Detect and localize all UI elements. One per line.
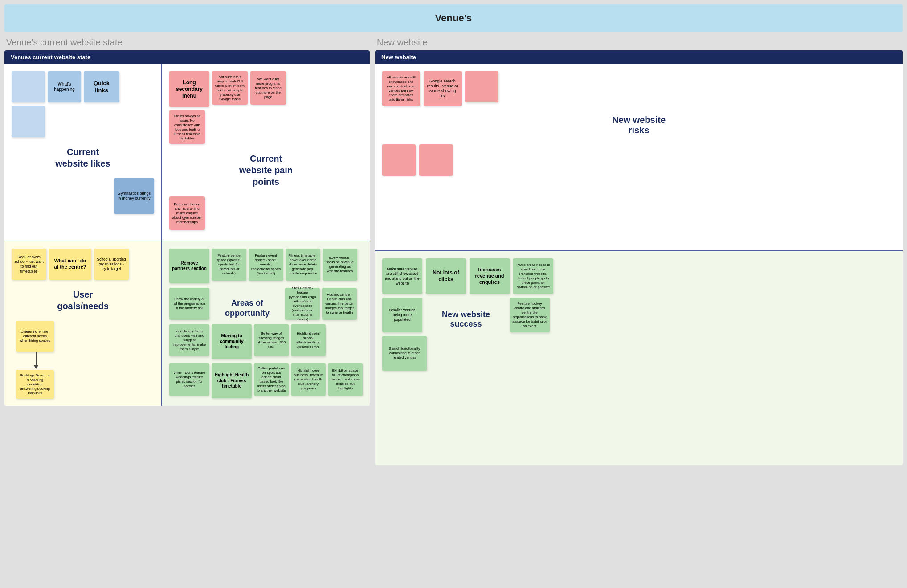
note-feature-hockey: Feature hockey centre and athletics cent… (510, 298, 550, 332)
note-swim-school-2: Highlight swim school attachments on Aqu… (291, 324, 326, 356)
br-notes-area: Remove partners section Feature venue sp… (169, 249, 363, 398)
gymnastics-note-wrap: Gymnastics brings in money currently (12, 178, 154, 214)
note-smaller-venues: Smaller venues being more populated (382, 298, 422, 332)
note-online-portal: Online portal - no on-sport but added cl… (254, 363, 289, 396)
tr-row3: Rates are boring and hard to find many e… (169, 196, 363, 230)
quadrant-bottom-right: Remove partners section Feature venue sp… (162, 241, 370, 406)
page-wrapper: Venue's Venue's current website state Ve… (0, 0, 907, 588)
left-column: Venue's current website state Venues cur… (4, 37, 370, 465)
note-fitness-timetable: Fitness timetable - hover over name show… (286, 249, 320, 281)
br-row1: Remove partners section Feature venue sp… (169, 249, 363, 283)
note-long-secondary: Long secondary menu (169, 71, 209, 107)
note-stay-centre: Stay Centre - feature gymnasium (high ce… (285, 288, 320, 320)
columns-wrapper: Venue's current website state Venues cur… (4, 37, 903, 465)
risks-notes: All venues are still showcased and main … (382, 71, 895, 106)
note-gymnastics: Gymnastics brings in money currently (114, 178, 154, 214)
br-row2: Show the variety of all the programs run… (169, 288, 363, 320)
note-feature-venue-space: Feature venue space (spaces / sports hal… (212, 249, 246, 281)
right-section-label: New website (375, 37, 903, 48)
success-title: New websitesuccess (426, 306, 506, 332)
bl-row1: Regular swim school - just want to find … (12, 249, 154, 280)
success-notes-row3: Search functionality connecting to other… (382, 336, 895, 371)
note-better-images: Better way of showing images of the venu… (254, 324, 289, 356)
note-more-programs: We want a lot more programs features to … (250, 71, 286, 105)
note-different-clientele: Different clientele, different needs whe… (16, 321, 54, 352)
note-wine: Wine - Don't feature weddings feature pi… (169, 363, 209, 396)
note-highlight-health: Highlight Health club - Fitness timetabl… (212, 363, 252, 398)
note-moving-community: Moving to community feeling (212, 324, 252, 359)
note-parcs: Parcs areas needs to stand out in the Pa… (513, 258, 553, 294)
note-increases-revenue: Increases revenue and enquires (470, 258, 510, 294)
note-whats-happening: What's happening (48, 71, 81, 102)
quadrant-grid: What's happening Quick links Currentwebs… (4, 64, 370, 406)
note-blank-pink-1 (465, 71, 498, 102)
br-row4: Wine - Don't feature weddings feature pi… (169, 363, 363, 398)
bl-booking-note-wrap: Bookings Team - is forwarding enquiries,… (16, 370, 154, 399)
note-tables: Tables always an issue, No consistency w… (169, 110, 205, 144)
note-all-venues: All venues are still showcased and main … (382, 71, 420, 106)
right-board-body: All venues are still showcased and main … (375, 64, 903, 465)
bl-title: Usergoals/needs (12, 289, 154, 312)
br-title: Areas ofopportunity (212, 297, 283, 320)
note-feature-event: Feature event space - sport, events, rec… (249, 249, 283, 281)
note-map: Not sure if this map is useful? It takes… (212, 71, 248, 105)
right-top: All venues are still showcased and main … (375, 64, 903, 251)
right-bottom: Make sure venues are still showcased and… (375, 251, 903, 465)
arrow-connector (34, 352, 38, 369)
tr-row2: Tables always an issue, No consistency w… (169, 110, 363, 144)
note-identify-forms: Identify key forms that users visit and … (169, 324, 209, 356)
right-board-header: New website (375, 50, 903, 64)
note-blank-1 (12, 71, 45, 102)
note-remove-partners: Remove partners section (169, 249, 209, 283)
success-notes-row2: Smaller venues being more populated New … (382, 298, 895, 332)
note-blank-2 (12, 106, 45, 137)
note-variety-programs: Show the variety of all the programs run… (169, 288, 209, 320)
note-swim-school: Regular swim school - just want to find … (12, 249, 46, 280)
left-board-body: What's happening Quick links Currentwebs… (4, 64, 370, 406)
note-google-search: Google search results - venue or SOPA sh… (424, 71, 462, 106)
note-quick-links: Quick links (84, 71, 119, 102)
quadrant-bottom-left: Regular swim school - just want to find … (4, 241, 162, 406)
note-rates: Rates are boring and hard to find many e… (169, 196, 205, 230)
left-section-label: Venue's current website state (4, 37, 370, 48)
top-banner: Venue's (4, 4, 903, 32)
tr-title: Currentwebsite painpoints (169, 153, 363, 188)
bl-arrow-area: Different clientele, different needs whe… (12, 321, 154, 399)
left-board-header: Venues current website state (4, 50, 370, 64)
tl-row2 (12, 106, 154, 137)
note-aquatic: Aquatic centre - Health club and venues … (322, 288, 357, 320)
right-board: New website All venues are still showcas… (375, 50, 903, 465)
note-not-lots-clicks: Not lots of clicks (426, 258, 466, 294)
br-row3: Identify key forms that users visit and … (169, 324, 363, 359)
note-exhibition: Exhibition space full of champions banne… (328, 363, 363, 396)
note-blank-pink-2 (382, 144, 416, 176)
note-search-functionality: Search functionality connecting to other… (382, 336, 427, 371)
banner-title: Venue's (435, 12, 472, 24)
left-board: Venues current website state What's happ… (4, 50, 370, 406)
tl-title: Currentwebsite likes (12, 146, 154, 169)
risks-title: New websiterisks (382, 115, 895, 135)
note-bookings-team: Bookings Team - is forwarding enquiries,… (16, 370, 54, 399)
quadrant-top-left: What's happening Quick links Currentwebs… (4, 64, 162, 241)
note-highlight-core: Highlight core business, revenue generat… (291, 363, 326, 396)
note-sopa-venue: SOPA Venue - focus on revenue generating… (323, 249, 357, 281)
right-column: New website New website All venues are s… (375, 37, 903, 465)
note-what-can-i-do: What can I do at the centre? (49, 249, 91, 280)
tr-row1: Long secondary menu Not sure if this map… (169, 71, 363, 107)
success-notes-row1: Make sure venues are still showcased and… (382, 258, 895, 294)
note-blank-pink-3 (419, 144, 453, 176)
note-schools: Schools, sporting organisations - try to… (94, 249, 129, 280)
note-make-sure: Make sure venues are still showcased and… (382, 258, 422, 294)
tl-row1: What's happening Quick links (12, 71, 154, 102)
risks-notes-2 (382, 144, 895, 176)
quadrant-top-right: Long secondary menu Not sure if this map… (162, 64, 370, 241)
